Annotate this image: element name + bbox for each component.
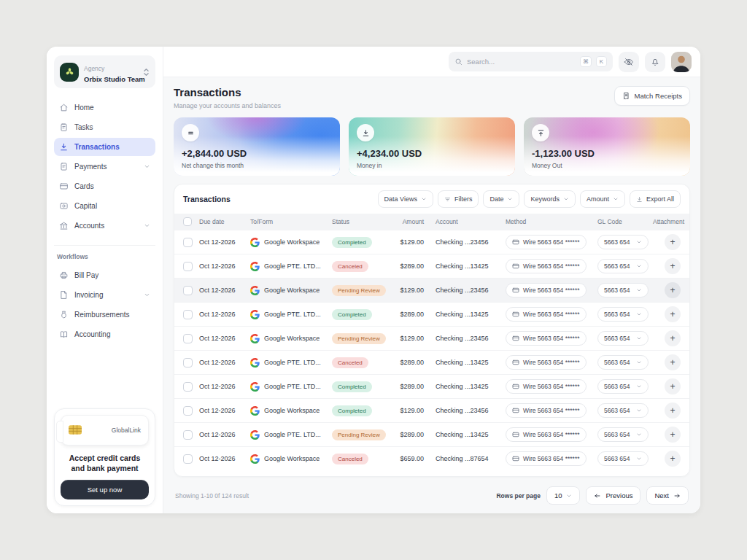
row-checkbox[interactable] [183, 358, 193, 368]
book-icon [59, 330, 69, 339]
gl-code-select[interactable]: 5663 654 [597, 283, 649, 298]
sidebar-item-accounts[interactable]: Accounts [54, 217, 155, 235]
hide-balances-button[interactable] [619, 52, 639, 72]
setup-now-button[interactable]: Set up now [61, 480, 149, 499]
row-checkbox[interactable] [183, 286, 193, 295]
add-attachment-button[interactable]: + [665, 378, 681, 394]
data-views-button[interactable]: Data Views [378, 190, 433, 208]
filters-button[interactable]: Filters [438, 190, 479, 208]
previous-page-button[interactable]: Previous [586, 486, 640, 505]
row-checkbox[interactable] [183, 334, 193, 343]
table-row[interactable]: Oct 12-2026 Google PTE. LTD... Canceled … [174, 254, 689, 278]
add-attachment-button[interactable]: + [665, 282, 681, 298]
table-row[interactable]: Oct 12-2026 Google Workspace Completed $… [174, 398, 689, 422]
sidebar-item-capital[interactable]: Capital [54, 197, 155, 215]
team-selector[interactable]: Agency Orbix Studio Team [54, 55, 155, 88]
notifications-button[interactable] [645, 52, 665, 72]
summary-label: Money in [357, 162, 507, 169]
vendor-cell: Google PTE. LTD... [250, 262, 332, 271]
gl-code-select[interactable]: 5663 654 [597, 403, 649, 418]
select-all-checkbox[interactable] [183, 217, 192, 226]
google-logo-icon [250, 262, 260, 271]
method-pill[interactable]: Wire 5663 654 ****** [506, 259, 587, 273]
status-badge: Completed [332, 237, 372, 248]
gl-code-select[interactable]: 5663 654 [597, 235, 649, 249]
table-row[interactable]: Oct 12-2026 Google Workspace Canceled $6… [174, 446, 689, 470]
keywords-filter-button[interactable]: Keywords [524, 190, 576, 208]
gl-code-select[interactable]: 5663 654 [597, 427, 649, 442]
add-attachment-button[interactable]: + [665, 234, 681, 250]
row-checkbox[interactable] [183, 262, 193, 271]
summary-amount: +4,234.00 USD [357, 148, 507, 159]
search-icon [454, 58, 462, 66]
sidebar-item-accounting[interactable]: Accounting [54, 325, 155, 343]
search-box[interactable]: ⌘ K [449, 52, 613, 71]
add-attachment-button[interactable]: + [665, 258, 681, 274]
download-icon [59, 142, 69, 152]
table-row[interactable]: Oct 12-2026 Google PTE. LTD... Completed… [174, 302, 689, 326]
table-row[interactable]: Oct 12-2026 Google PTE. LTD... Canceled … [174, 350, 689, 374]
search-input[interactable] [467, 58, 576, 66]
method-pill[interactable]: Wire 5663 654 ****** [506, 427, 587, 442]
status-badge: Completed [332, 381, 372, 392]
amount-filter-button[interactable]: Amount [580, 190, 625, 208]
add-attachment-button[interactable]: + [665, 330, 681, 346]
add-attachment-button[interactable]: + [665, 354, 681, 370]
sidebar-item-transactions[interactable]: Transactions [54, 138, 155, 156]
sidebar-item-invoicing[interactable]: Invoicing [54, 286, 155, 304]
gl-code-select[interactable]: 5663 654 [597, 355, 649, 370]
money-out-icon [532, 124, 549, 141]
gl-code-select[interactable]: 5663 654 [597, 259, 649, 273]
gl-code-select[interactable]: 5663 654 [597, 331, 649, 346]
gl-code-select[interactable]: 5663 654 [597, 307, 649, 322]
table-row[interactable]: Oct 12-2026 Google PTE. LTD... Completed… [174, 374, 689, 398]
row-checkbox[interactable] [183, 382, 193, 392]
row-checkbox[interactable] [183, 310, 193, 319]
google-logo-icon [250, 286, 260, 295]
sidebar-item-home[interactable]: Home [54, 98, 155, 117]
sidebar-item-bill-pay[interactable]: Bill Pay [54, 266, 155, 284]
add-attachment-button[interactable]: + [665, 306, 681, 322]
sidebar-item-payments[interactable]: Payments [54, 158, 155, 176]
method-pill[interactable]: Wire 5663 654 ****** [506, 355, 587, 370]
add-attachment-button[interactable]: + [665, 427, 681, 443]
match-receipts-button[interactable]: Match Receipts [614, 86, 690, 106]
row-checkbox[interactable] [183, 238, 193, 247]
credit-card-icon [512, 383, 519, 390]
method-pill[interactable]: Wire 5663 654 ****** [506, 307, 587, 322]
method-pill[interactable]: Wire 5663 654 ****** [506, 283, 587, 298]
credit-card-icon [512, 455, 519, 462]
team-type-label: Agency [84, 65, 104, 72]
user-avatar[interactable] [671, 52, 692, 72]
table-row[interactable]: Oct 12-2026 Google Workspace Pending Rev… [174, 278, 689, 302]
table-row[interactable]: Oct 12-2026 Google Workspace Completed $… [174, 230, 689, 254]
sidebar-item-cards[interactable]: Cards [54, 177, 155, 195]
gl-code-select[interactable]: 5663 654 [597, 451, 649, 466]
sidebar-item-label: Home [74, 104, 94, 112]
due-date-cell: Oct 12-2026 [199, 335, 250, 342]
sidebar-item-tasks[interactable]: Tasks [54, 118, 155, 136]
method-pill[interactable]: Wire 5663 654 ****** [506, 379, 587, 394]
due-date-cell: Oct 12-2026 [199, 287, 250, 294]
method-pill[interactable]: Wire 5663 654 ****** [506, 331, 587, 346]
row-checkbox[interactable] [183, 430, 193, 440]
account-cell: Checking ...13425 [436, 383, 506, 390]
export-all-button[interactable]: Export All [630, 190, 681, 208]
method-pill[interactable]: Wire 5663 654 ****** [506, 403, 587, 418]
method-pill[interactable]: Wire 5663 654 ****** [506, 451, 587, 466]
row-checkbox[interactable] [183, 454, 193, 464]
add-attachment-button[interactable]: + [665, 451, 681, 467]
sidebar-item-label: Invoicing [74, 291, 103, 299]
method-pill[interactable]: Wire 5663 654 ****** [506, 235, 587, 249]
row-checkbox[interactable] [183, 406, 193, 416]
gl-code-select[interactable]: 5663 654 [597, 379, 649, 394]
sidebar-item-reimbursements[interactable]: Reimbursements [54, 306, 155, 324]
shortcut-cmd-key: ⌘ [580, 56, 592, 67]
rows-per-page-select[interactable]: 10 [546, 486, 581, 505]
date-filter-button[interactable]: Date [483, 190, 519, 208]
table-row[interactable]: Oct 12-2026 Google PTE. LTD... Pending R… [174, 422, 689, 446]
table-row[interactable]: Oct 12-2026 Google Workspace Pending Rev… [174, 326, 689, 350]
google-logo-icon [250, 358, 260, 368]
add-attachment-button[interactable]: + [665, 402, 681, 419]
next-page-button[interactable]: Next [646, 486, 689, 505]
